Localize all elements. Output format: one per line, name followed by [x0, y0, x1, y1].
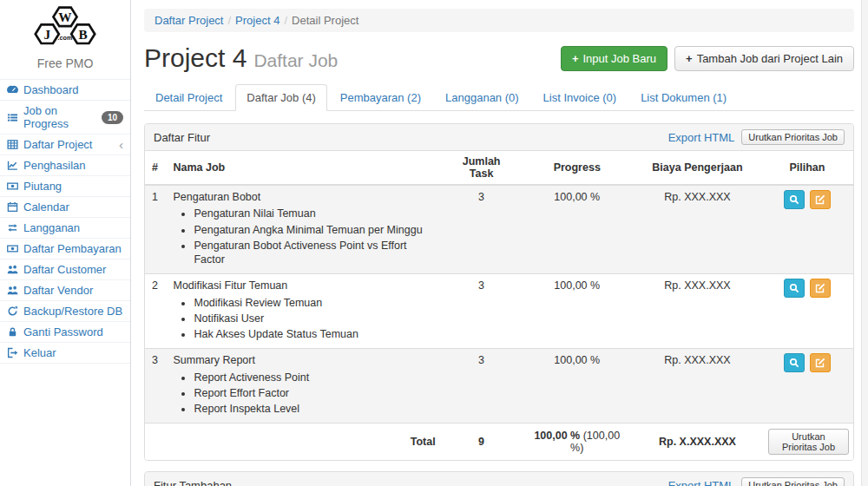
urutkan-prioritas-job-button[interactable]: Urutkan Prioritas Job	[741, 477, 845, 486]
svg-text:J: J	[43, 27, 50, 42]
chart-icon	[6, 160, 18, 172]
urutkan-prioritas-job-button[interactable]: Urutkan Prioritas Job	[741, 129, 845, 145]
tab-pembayaran[interactable]: Pembayaran (2)	[329, 84, 432, 111]
page-header: Project 4Daftar Job + Input Job Baru + T…	[144, 43, 854, 73]
tab-list-invoice[interactable]: List Invoice (0)	[532, 84, 628, 111]
sidebar-item-label: Daftar Pembayaran	[23, 242, 122, 255]
sidebar-item-langganan[interactable]: Langganan	[0, 218, 130, 239]
sidebar-item-label: Piutang	[23, 180, 62, 193]
total-progress: 100,00 % (100,00 %)	[520, 424, 634, 461]
sidebar-item-label: Backup/Restore DB	[23, 305, 122, 318]
tambah-job-dari-project-lain-button[interactable]: + Tambah Job dari Project Lain	[674, 46, 854, 71]
column-header: Jumlah Task	[443, 151, 521, 185]
breadcrumb-separator: /	[284, 14, 287, 27]
panel-daftar-fitur: Daftar Fitur Export HTML Urutkan Priorit…	[144, 123, 854, 461]
sidebar-item-dashboard[interactable]: Dashboard	[0, 80, 130, 101]
svg-text:B: B	[79, 27, 88, 42]
job-subitems: Report Activeness Point Report Effort Fa…	[194, 370, 435, 417]
column-header: Progress	[520, 151, 634, 185]
sidebar-item-daftar-pembayaran[interactable]: Daftar Pembayaran	[0, 239, 130, 259]
list-icon	[6, 111, 18, 123]
sidebar-item-label: Keluar	[23, 346, 56, 359]
sidebar-item-backup-restore-db[interactable]: Backup/Restore DB	[0, 301, 130, 322]
svg-text:W: W	[58, 10, 72, 24]
plus-icon: +	[686, 52, 693, 65]
refresh-icon	[6, 305, 18, 318]
panel-title: Fitur Tambahan	[154, 479, 232, 486]
job-subitems: Pengaturan Nilai Temuan Pengaturan Angka…	[194, 206, 435, 267]
export-html-link[interactable]: Export HTML	[668, 131, 735, 144]
panel-title: Daftar Fitur	[154, 131, 210, 144]
sidebar-item-piutang[interactable]: Piutang	[0, 176, 130, 197]
tab-daftar-job[interactable]: Daftar Job (4)	[235, 84, 326, 111]
breadcrumb-link-daftar-project[interactable]: Daftar Project	[155, 14, 223, 27]
money-icon	[6, 243, 18, 255]
sidebar-item-job-on-progress[interactable]: Job on Progress 10	[0, 101, 130, 135]
breadcrumb-separator: /	[227, 14, 231, 27]
sidebar-item-label: Ganti Password	[23, 325, 103, 338]
job-subitems: Modifikasi Review Temuan Notifikasi User…	[194, 295, 435, 343]
calendar-icon	[6, 201, 18, 213]
daftar-fitur-table: # Nama Job Jumlah Task Progress Biaya Pe…	[145, 151, 853, 460]
total-label: Total	[166, 424, 442, 461]
scrollbar[interactable]	[861, 0, 868, 486]
retweet-icon	[6, 222, 18, 234]
job-name: Summary Report	[173, 353, 435, 367]
sidebar-item-label: Penghasilan	[23, 159, 86, 172]
page-subtitle: Daftar Job	[253, 50, 338, 70]
sidebar-item-calendar[interactable]: Calendar	[0, 197, 130, 218]
table-row: 1 Pengaturan Bobot Pengaturan Nilai Temu…	[145, 185, 853, 274]
total-cost: Rp. X.XXX.XXX	[634, 424, 761, 461]
chevron-left-icon: ‹	[119, 141, 123, 149]
sidebar-item-label: Calendar	[23, 200, 69, 213]
sidebar-item-label: Daftar Customer	[23, 263, 106, 276]
tab-langganan[interactable]: Langganan (0)	[434, 84, 530, 111]
export-html-link[interactable]: Export HTML	[668, 479, 735, 486]
column-header: Nama Job	[166, 151, 442, 185]
edit-job-button[interactable]	[810, 279, 831, 298]
sidebar-item-label: Job on Progress	[23, 104, 96, 130]
job-name: Modifikasi Fitur Temuan	[173, 279, 435, 292]
view-job-button[interactable]	[784, 190, 805, 209]
tab-list-dokumen[interactable]: List Dokumen (1)	[629, 84, 738, 111]
input-job-baru-button[interactable]: + Input Job Baru	[561, 46, 667, 71]
plus-icon: +	[572, 52, 579, 65]
page-title: Project 4	[144, 43, 247, 72]
sidebar-item-keluar[interactable]: Keluar	[0, 343, 130, 364]
breadcrumb-link-project-4[interactable]: Project 4	[235, 14, 279, 27]
job-name: Pengaturan Bobot	[173, 190, 435, 204]
lock-icon	[6, 326, 18, 338]
gauge-icon	[6, 84, 18, 96]
signout-icon	[6, 347, 18, 359]
brand-name: Free PMO	[0, 56, 130, 70]
users-icon	[6, 264, 18, 276]
users-icon	[6, 285, 18, 297]
sidebar-item-daftar-project[interactable]: Daftar Project ‹	[0, 135, 130, 155]
sidebar-item-daftar-vendor[interactable]: Daftar Vendor	[0, 280, 130, 301]
sidebar-item-label: Dashboard	[23, 83, 79, 96]
edit-job-button[interactable]	[810, 190, 831, 209]
main-content: Daftar Project/Project 4/Detail Project …	[131, 0, 868, 486]
tab-detail-project[interactable]: Detail Project	[144, 84, 233, 111]
view-job-button[interactable]	[784, 353, 805, 372]
count-badge: 10	[102, 111, 123, 124]
sidebar-item-label: Daftar Vendor	[23, 284, 93, 297]
money-icon	[6, 181, 18, 193]
sidebar-item-label: Langganan	[23, 221, 80, 234]
sidebar-item-ganti-password[interactable]: Ganti Password	[0, 322, 130, 343]
total-tasks: 9	[443, 424, 521, 461]
breadcrumb: Daftar Project/Project 4/Detail Project	[144, 9, 854, 32]
tab-bar: Detail Project Daftar Job (4) Pembayaran…	[144, 84, 854, 111]
table-row: 2 Modifikasi Fitur Temuan Modifikasi Rev…	[145, 274, 853, 349]
column-header: #	[145, 151, 166, 185]
urutkan-prioritas-job-button[interactable]: Urutkan Prioritas Job	[768, 429, 849, 455]
sidebar-item-daftar-customer[interactable]: Daftar Customer	[0, 259, 130, 280]
breadcrumb-current: Detail Project	[292, 14, 358, 27]
view-job-button[interactable]	[784, 279, 805, 298]
sidebar: W J B .com Free PMO Dashboard Job on Pro…	[0, 0, 131, 486]
column-header: Pilihan	[761, 151, 853, 185]
total-row: Total 9 100,00 % (100,00 %) Rp. X.XXX.XX…	[145, 424, 853, 461]
sidebar-nav: Dashboard Job on Progress 10 Daftar Proj…	[0, 79, 130, 364]
edit-job-button[interactable]	[810, 353, 831, 372]
sidebar-item-penghasilan[interactable]: Penghasilan	[0, 155, 130, 176]
